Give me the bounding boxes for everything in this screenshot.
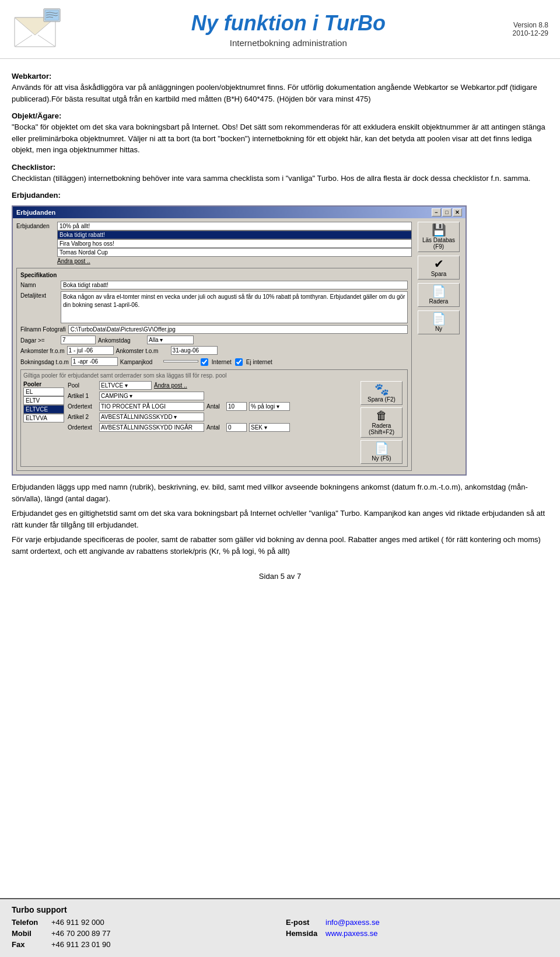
- spec-ankomst-tom-input[interactable]: 31-aug-06: [171, 346, 218, 355]
- pooler-pool-row: Pool ELTVCE ▾ Ändra post ..: [68, 381, 355, 390]
- spec-filnamn-value[interactable]: C:\TurboData\Data\Pictures\GV\Offer.jpg: [68, 325, 408, 334]
- sek2-dropdown[interactable]: SEK ▾: [249, 423, 290, 432]
- header: Ny funktion i TurBo Internetbokning admi…: [0, 0, 560, 59]
- spec-ankomstdag-dropdown[interactable]: Alla ▾: [147, 336, 194, 344]
- spec-title: Specifikation: [20, 272, 408, 278]
- logo-icon: [12, 6, 64, 53]
- spara2-button[interactable]: 🐾 Spara (F2): [360, 381, 402, 405]
- mobil-label: Mobil: [12, 929, 47, 938]
- ejinternet-checkbox[interactable]: [235, 358, 243, 366]
- ny2-icon: 📄: [374, 442, 389, 454]
- footer-hemsida-row: Hemsida www.paxess.se: [286, 929, 548, 938]
- erbjudanden-dialog: Erbjudanden − □ ✕ Erbjudanden: [12, 205, 467, 476]
- artikel2-row: Artikel 2 AVBESTÄLLNINGSSKYDD ▾: [68, 413, 355, 421]
- spec-detalj-row: Detaljitext Boka någon av våra el-tomter…: [20, 291, 408, 323]
- dialog-right-panel: 💾 Läs Databas (F9) ✔ Spara 📄 Radera: [415, 222, 462, 471]
- after-dialog-p2: Erbjudandet ges en giltighetstid samt om…: [12, 508, 548, 530]
- spec-ankomst-from-row: Ankomster fr.o.m 1 - jul -06 Ankomster t…: [20, 346, 408, 355]
- dialog-left-panel: Erbjudanden 10% på allt! Boka tidigt rab…: [16, 222, 412, 471]
- ny-icon: 📄: [432, 313, 446, 324]
- app-title: Ny funktion i TurBo: [64, 11, 513, 36]
- artikel1-label: Artikel 1: [68, 393, 97, 399]
- maximize-button[interactable]: □: [442, 208, 452, 216]
- antal2-input[interactable]: 0: [226, 423, 247, 432]
- ordertext2-row: Ordertext AVBESTÄLLNINGSSKYDD INGÅR Anta…: [68, 423, 355, 432]
- artikel1-row: Artikel 1 CAMPING ▾: [68, 392, 355, 400]
- objekt-text: "Bocka" för objektet om det ska vara bok…: [12, 121, 548, 156]
- internet-label: Internet: [212, 359, 232, 365]
- dialog-titlebar: Erbjudanden − □ ✕: [13, 207, 466, 218]
- fax-label: Fax: [12, 940, 47, 949]
- spec-filnamn-row: Filnamn Fotografi C:\TurboData\Data\Pict…: [20, 325, 408, 334]
- pooler-section: Giltiga pooler för erbjudandet samt orde…: [20, 369, 408, 467]
- spec-kampanj-input[interactable]: [163, 360, 198, 362]
- ny-button[interactable]: 📄 Ny: [418, 310, 460, 334]
- objekt-heading: Objekt/Ägare:: [12, 111, 548, 120]
- after-dialog-p1: Erbjudanden läggs upp med namn (rubrik),…: [12, 481, 548, 504]
- telefon-label: Telefon: [12, 918, 47, 927]
- ordertext1-input[interactable]: TIO PROCENT PÅ LOGI: [99, 402, 204, 411]
- erbjudanden-list-label: Erbjudanden: [16, 222, 57, 229]
- version-label: Version 8.8: [513, 21, 548, 29]
- spec-bokdag-label: Bokningsdag t.o.m: [20, 358, 69, 365]
- radera-button[interactable]: 📄 Radera: [418, 283, 460, 307]
- ordertext2-input[interactable]: AVBESTÄLLNINGSSKYDD INGÅR: [99, 423, 204, 432]
- list-item[interactable]: Fira Valborg hos oss!: [57, 239, 412, 248]
- pool-label: Pool: [68, 382, 97, 389]
- radera2-label: Radera (Shift+F2): [362, 422, 401, 435]
- spec-detalj-value[interactable]: Boka någon av våra el-tomter minst en ve…: [61, 291, 408, 323]
- pct1-dropdown[interactable]: % på logi ▾: [249, 402, 290, 411]
- checklistor-heading: Checklistor:: [12, 163, 548, 172]
- pooler-item[interactable]: EL: [23, 387, 64, 396]
- pooler-item[interactable]: ELTVCE: [23, 405, 64, 414]
- erbjudanden-list: 10% på allt! Boka tidigt rabatt! Fira Va…: [57, 222, 412, 264]
- radera2-icon: 🗑: [376, 410, 387, 421]
- las-button[interactable]: 💾 Läs Databas (F9): [418, 222, 460, 252]
- spara-button[interactable]: ✔ Spara: [418, 256, 460, 280]
- pooler-info: Giltiga pooler för erbjudandet samt orde…: [23, 372, 405, 379]
- pool-dropdown[interactable]: ELTVCE ▾: [99, 381, 152, 390]
- ny-label: Ny: [435, 326, 442, 332]
- pooler-list-label: Pooler: [23, 381, 64, 387]
- spec-bokdag-input[interactable]: 1 -apr -06: [71, 357, 118, 366]
- svg-rect-5: [45, 10, 59, 20]
- spec-dagar-input[interactable]: 7: [61, 336, 96, 344]
- antal1-input[interactable]: 10: [226, 402, 247, 411]
- telefon-value: +46 911 92 000: [51, 918, 104, 927]
- radera2-button[interactable]: 🗑 Radera (Shift+F2): [360, 407, 402, 438]
- artikel2-dropdown[interactable]: AVBESTÄLLNINGSSKYDD ▾: [99, 413, 204, 421]
- radera-label: Radera: [429, 298, 449, 305]
- footer-right: E-post info@paxess.se Hemsida www.paxess…: [286, 905, 548, 951]
- content-area: Webkartor: Används för att visa åskådlig…: [0, 59, 560, 898]
- pooler-list-container: Pooler EL ELTV ELTVCE ELTVVA: [23, 381, 64, 464]
- internet-checkbox[interactable]: [201, 358, 208, 366]
- page: Ny funktion i TurBo Internetbokning admi…: [0, 0, 560, 957]
- list-item[interactable]: Boka tidigt rabatt!: [57, 230, 412, 239]
- page-number: Sidan 5 av 7: [12, 560, 548, 586]
- radera-icon: 📄: [432, 285, 446, 297]
- spec-kampanj-label: Kampanjkod: [120, 358, 161, 365]
- artikel1-dropdown[interactable]: CAMPING ▾: [99, 392, 204, 400]
- hemsida-value[interactable]: www.paxess.se: [326, 929, 378, 938]
- pooler-item[interactable]: ELTV: [23, 396, 64, 405]
- pool-andra-link[interactable]: Ändra post ..: [154, 382, 187, 389]
- pooler-item[interactable]: ELTVVA: [23, 414, 64, 422]
- list-item[interactable]: Tomas Nordal Cup: [57, 248, 412, 257]
- footer-company: Turbo support: [12, 905, 274, 914]
- epost-value[interactable]: info@paxess.se: [326, 918, 380, 927]
- spec-ankomst-from-input[interactable]: 1 - jul -06: [67, 346, 114, 355]
- minimize-button[interactable]: −: [432, 208, 441, 216]
- close-button[interactable]: ✕: [453, 208, 462, 216]
- antal2-label: Antal: [206, 424, 224, 431]
- andra-post-link[interactable]: Ändra post ..: [57, 258, 412, 264]
- ordertext1-row: Ordertext TIO PROCENT PÅ LOGI Antal 10 %…: [68, 402, 355, 411]
- antal1-label: Antal: [206, 403, 224, 410]
- pooler-right-buttons: 🐾 Spara (F2) 🗑 Radera (Shift+F2): [358, 381, 405, 464]
- ny2-button[interactable]: 📄 Ny (F5): [360, 440, 402, 464]
- spec-namn-value[interactable]: Boka tidigt rabatt!: [61, 281, 408, 289]
- dialog-wrapper: Erbjudanden − □ ✕ Erbjudanden: [12, 205, 548, 476]
- spara-icon: ✔: [434, 258, 444, 270]
- spec-detalj-label: Detaljitext: [20, 291, 58, 299]
- list-item[interactable]: 10% på allt!: [57, 222, 412, 230]
- version-date: 2010-12-29: [513, 29, 548, 37]
